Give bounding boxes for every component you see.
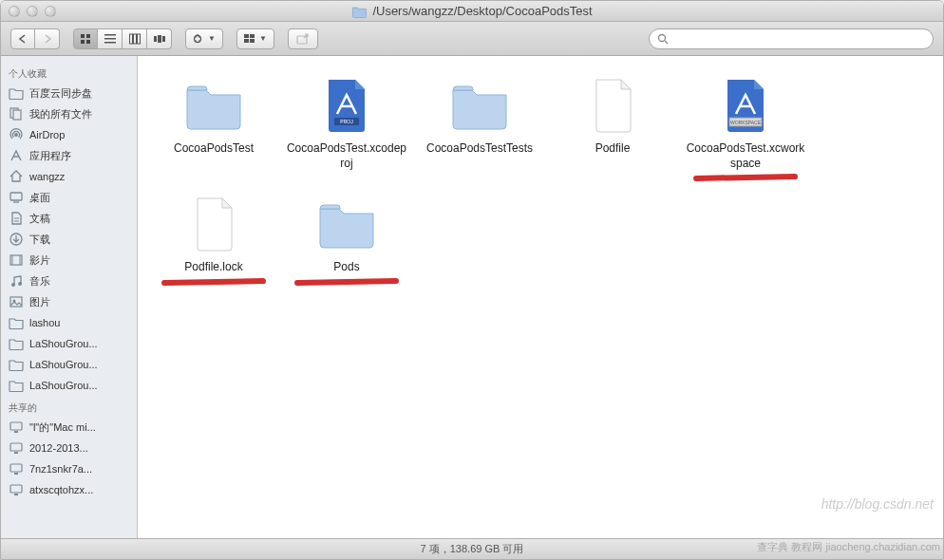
file-label: CocoaPodsTest bbox=[174, 141, 254, 157]
forward-button[interactable] bbox=[35, 28, 60, 49]
file-item[interactable]: Podfile.lock bbox=[147, 194, 280, 275]
svg-point-24 bbox=[14, 133, 18, 137]
sidebar-item-all-files-1[interactable]: 我的所有文件 bbox=[1, 103, 137, 124]
svg-rect-18 bbox=[250, 39, 255, 43]
sidebar-item-label: 2012-2013... bbox=[29, 442, 88, 454]
computer-icon bbox=[9, 482, 24, 497]
svg-rect-7 bbox=[129, 34, 132, 44]
sidebar-shared-2[interactable]: 7nz1snkr7a... bbox=[1, 458, 137, 479]
svg-rect-40 bbox=[14, 452, 18, 454]
window-title: /Users/wangzz/Desktop/CocoaPodsTest bbox=[351, 4, 592, 18]
movies-icon bbox=[9, 252, 24, 268]
svg-text:PROJ: PROJ bbox=[340, 119, 353, 124]
file-item[interactable]: WORKSPACECocoaPodsTest.xcworkspace bbox=[679, 75, 812, 171]
sidebar-item-airdrop-2[interactable]: AirDrop bbox=[1, 124, 137, 145]
sidebar-item-applications-3[interactable]: 应用程序 bbox=[1, 145, 137, 166]
icon-view-button[interactable] bbox=[73, 28, 98, 49]
favorites-header: 个人收藏 bbox=[1, 62, 137, 83]
sidebar-item-folder-0[interactable]: 百度云同步盘 bbox=[1, 83, 137, 103]
svg-rect-44 bbox=[14, 494, 18, 495]
all-files-icon bbox=[9, 106, 24, 121]
file-item[interactable]: CocoaPodsTest bbox=[147, 75, 280, 171]
back-button[interactable] bbox=[10, 28, 35, 49]
zoom-button[interactable] bbox=[45, 6, 56, 17]
svg-rect-25 bbox=[10, 193, 22, 200]
svg-line-21 bbox=[665, 41, 668, 44]
share-button[interactable] bbox=[288, 28, 318, 49]
file-label: CocoaPodsTestTests bbox=[426, 141, 533, 157]
sidebar-item-label: "l"的"Mac mi... bbox=[29, 420, 96, 435]
file-item[interactable]: Podfile bbox=[546, 75, 679, 171]
action-button[interactable]: ▼ bbox=[185, 28, 223, 49]
sidebar-item-movies-8[interactable]: 影片 bbox=[1, 250, 137, 271]
watermark-blog: http://blog.csdn.net bbox=[821, 496, 934, 512]
svg-rect-41 bbox=[10, 464, 22, 472]
computer-icon bbox=[9, 420, 24, 435]
sidebar-item-folder-14[interactable]: LaShouGrou... bbox=[1, 375, 137, 396]
home-icon bbox=[9, 169, 24, 184]
nav-buttons bbox=[10, 28, 60, 49]
sidebar-item-label: AirDrop bbox=[29, 129, 65, 140]
file-content[interactable]: CocoaPodsTestPROJCocoaPodsTest.xcodeproj… bbox=[138, 56, 943, 538]
svg-rect-12 bbox=[162, 36, 165, 42]
svg-rect-16 bbox=[250, 34, 255, 38]
search-field[interactable] bbox=[649, 28, 934, 49]
sidebar-item-label: 百度云同步盘 bbox=[29, 86, 92, 101]
list-view-button[interactable] bbox=[98, 28, 123, 49]
sidebar-item-folder-13[interactable]: LaShouGrou... bbox=[1, 354, 137, 375]
file-item[interactable]: CocoaPodsTestTests bbox=[413, 75, 546, 171]
svg-point-20 bbox=[659, 34, 666, 41]
sidebar-item-label: 7nz1snkr7a... bbox=[29, 463, 92, 475]
annotation-underline bbox=[693, 174, 798, 181]
column-view-button[interactable] bbox=[123, 28, 147, 49]
file-item[interactable]: Pods bbox=[280, 194, 413, 275]
folder-icon bbox=[9, 85, 24, 101]
sidebar-shared-1[interactable]: 2012-2013... bbox=[1, 438, 137, 458]
applications-icon bbox=[9, 148, 24, 163]
sidebar-item-home-4[interactable]: wangzz bbox=[1, 166, 137, 187]
sidebar-item-folder-12[interactable]: LaShouGrou... bbox=[1, 333, 137, 354]
sidebar-item-label: atxscqtohzx... bbox=[29, 484, 93, 495]
sidebar-item-desktop-5[interactable]: 桌面 bbox=[1, 187, 137, 208]
svg-rect-14 bbox=[197, 34, 198, 36]
desktop-icon bbox=[9, 190, 24, 205]
blank-icon bbox=[582, 75, 643, 136]
sidebar-item-pictures-10[interactable]: 图片 bbox=[1, 291, 137, 312]
airdrop-icon bbox=[9, 127, 24, 142]
file-label: CocoaPodsTest.xcodeproj bbox=[285, 141, 408, 171]
minimize-button[interactable] bbox=[27, 6, 38, 17]
sidebar-shared-0[interactable]: "l"的"Mac mi... bbox=[1, 417, 137, 438]
annotation-underline bbox=[294, 278, 399, 286]
sidebar: 个人收藏 百度云同步盘我的所有文件AirDrop应用程序wangzz桌面文稿下载… bbox=[1, 56, 138, 538]
toolbar: ▼ ▼ bbox=[1, 22, 943, 56]
sidebar-item-label: LaShouGrou... bbox=[29, 338, 98, 349]
sidebar-item-label: 文稿 bbox=[29, 212, 50, 226]
svg-rect-8 bbox=[133, 34, 136, 44]
sidebar-item-folder-11[interactable]: lashou bbox=[1, 312, 137, 333]
search-input[interactable] bbox=[669, 32, 925, 46]
svg-rect-43 bbox=[10, 485, 22, 493]
sidebar-item-documents-6[interactable]: 文稿 bbox=[1, 208, 137, 229]
folder-icon bbox=[316, 194, 377, 254]
coverflow-view-button[interactable] bbox=[147, 28, 172, 49]
arrange-button[interactable]: ▼ bbox=[236, 28, 274, 49]
svg-rect-9 bbox=[137, 34, 140, 44]
svg-rect-5 bbox=[104, 38, 116, 40]
folder-icon bbox=[183, 75, 244, 136]
file-item[interactable]: PROJCocoaPodsTest.xcodeproj bbox=[280, 75, 413, 171]
sidebar-item-music-9[interactable]: 音乐 bbox=[1, 271, 137, 291]
folder-icon bbox=[9, 378, 24, 393]
svg-rect-11 bbox=[158, 35, 161, 43]
xcodeproj-icon: PROJ bbox=[316, 75, 377, 136]
sidebar-item-downloads-7[interactable]: 下载 bbox=[1, 229, 137, 250]
folder-icon bbox=[9, 336, 24, 351]
folder-icon bbox=[449, 75, 510, 136]
close-button[interactable] bbox=[9, 6, 20, 17]
watermark-site: 查字典 教程网 jiaocheng.chazidian.com bbox=[757, 540, 940, 554]
sidebar-shared-3[interactable]: atxscqtohzx... bbox=[1, 479, 137, 500]
svg-rect-6 bbox=[104, 42, 116, 44]
svg-text:WORKSPACE: WORKSPACE bbox=[730, 120, 762, 125]
sidebar-item-label: LaShouGrou... bbox=[29, 359, 98, 370]
svg-rect-23 bbox=[13, 110, 21, 120]
svg-rect-3 bbox=[86, 40, 90, 44]
